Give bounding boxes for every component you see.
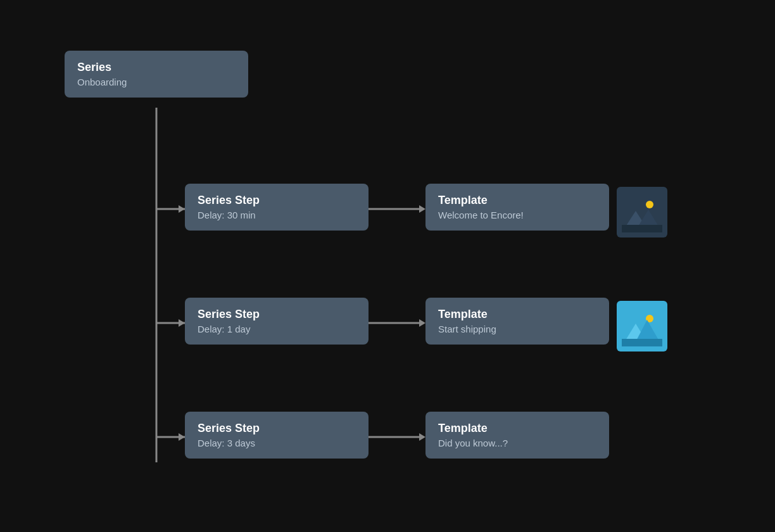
tpl2-name: Start shipping <box>438 324 596 334</box>
template-1[interactable]: Template Welcome to Encore! <box>425 184 609 231</box>
svg-marker-12 <box>419 433 425 441</box>
svg-rect-23 <box>622 339 662 346</box>
thumbnail-2-image <box>617 301 667 352</box>
series-subtitle: Onboarding <box>77 77 236 87</box>
svg-marker-8 <box>419 205 425 213</box>
svg-marker-10 <box>419 319 425 327</box>
series-title: Series <box>77 61 236 74</box>
tpl3-title: Template <box>438 422 596 435</box>
step3-delay: Delay: 3 days <box>198 438 356 448</box>
connectors-svg <box>39 25 736 507</box>
svg-rect-18 <box>622 225 662 232</box>
svg-point-15 <box>646 201 653 208</box>
svg-marker-5 <box>179 319 185 327</box>
step2-title: Series Step <box>198 308 356 321</box>
svg-marker-4 <box>179 205 185 213</box>
tpl3-name: Did you know...? <box>438 438 596 448</box>
series-node: Series Onboarding <box>65 51 248 98</box>
step1-delay: Delay: 30 min <box>198 210 356 220</box>
step2-delay: Delay: 1 day <box>198 324 356 334</box>
series-step-3[interactable]: Series Step Delay: 3 days <box>185 412 369 459</box>
thumbnail-2 <box>617 301 667 352</box>
landscape-icon-dark <box>622 192 662 232</box>
svg-marker-6 <box>179 433 185 441</box>
step1-title: Series Step <box>198 194 356 207</box>
thumbnail-1-image <box>617 187 667 238</box>
tpl1-name: Welcome to Encore! <box>438 210 596 220</box>
diagram: Series Onboarding Series Step Delay: 30 … <box>39 25 736 507</box>
thumbnail-1 <box>617 187 667 238</box>
template-2[interactable]: Template Start shipping <box>425 298 609 345</box>
series-step-2[interactable]: Series Step Delay: 1 day <box>185 298 369 345</box>
tpl2-title: Template <box>438 308 596 321</box>
landscape-icon-blue <box>622 306 662 346</box>
series-step-1[interactable]: Series Step Delay: 30 min <box>185 184 369 231</box>
tpl1-title: Template <box>438 194 596 207</box>
template-3[interactable]: Template Did you know...? <box>425 412 609 459</box>
step3-title: Series Step <box>198 422 356 435</box>
